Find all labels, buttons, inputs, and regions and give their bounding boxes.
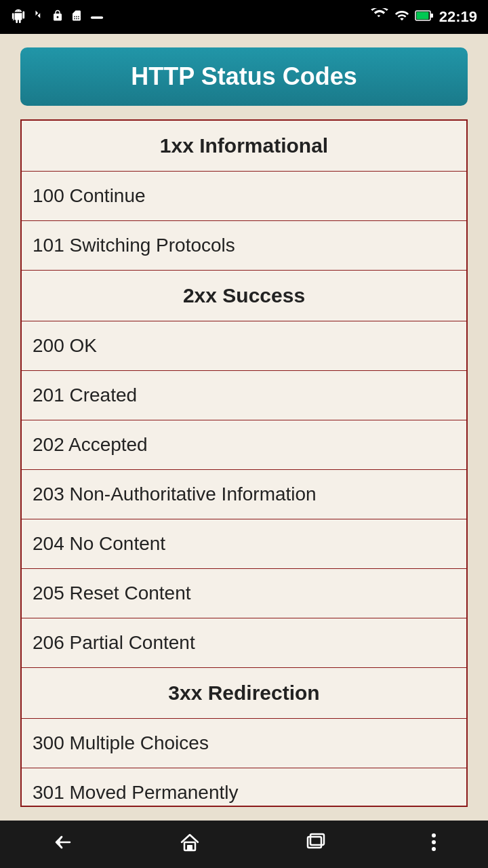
svg-point-10 [432, 847, 436, 851]
svg-rect-3 [430, 14, 433, 18]
app-title: HTTP Status Codes [41, 62, 447, 91]
table-row[interactable]: 206 Partial Content [22, 618, 466, 668]
sim-icon [70, 9, 83, 24]
home-button[interactable] [164, 823, 216, 866]
section-header: 2xx Success [22, 271, 466, 321]
bottom-nav [0, 821, 488, 868]
section-header: 1xx Informational [22, 121, 466, 172]
menu-button[interactable] [417, 823, 451, 866]
table-row[interactable]: 301 Moved Permanently [22, 768, 466, 807]
table-row[interactable]: 101 Switching Protocols [22, 221, 466, 271]
app-container: HTTP Status Codes 1xx Informational100 C… [0, 34, 488, 821]
signal-icon [394, 8, 409, 26]
recents-button[interactable] [290, 823, 342, 866]
table-row[interactable]: 202 Accepted [22, 420, 466, 470]
usb-icon [33, 9, 45, 24]
android-icon [11, 8, 26, 26]
table-row[interactable]: 204 No Content [22, 519, 466, 569]
minus-icon [89, 11, 104, 23]
http-status-table[interactable]: 1xx Informational100 Continue101 Switchi… [20, 119, 468, 807]
status-bar-right: 22:19 [370, 8, 477, 26]
table-row[interactable]: 203 Non-Authoritative Information [22, 470, 466, 519]
back-button[interactable] [37, 823, 89, 866]
table-row[interactable]: 300 Multiple Choices [22, 719, 466, 768]
svg-rect-5 [187, 845, 192, 850]
lock-icon [52, 9, 64, 24]
svg-point-9 [432, 840, 436, 844]
clock: 22:19 [439, 8, 477, 26]
status-bar: 22:19 [0, 0, 488, 34]
section-header: 3xx Redirection [22, 668, 466, 719]
table-row[interactable]: 200 OK [22, 321, 466, 371]
battery-icon [415, 9, 434, 25]
table-row[interactable]: 205 Reset Content [22, 569, 466, 618]
status-bar-left [11, 8, 104, 26]
table-row[interactable]: 100 Continue [22, 172, 466, 221]
title-bar: HTTP Status Codes [20, 47, 468, 106]
svg-point-8 [432, 833, 436, 837]
svg-rect-0 [91, 16, 103, 19]
table-row[interactable]: 201 Created [22, 371, 466, 420]
wifi-icon [370, 8, 389, 26]
svg-rect-2 [416, 12, 428, 19]
